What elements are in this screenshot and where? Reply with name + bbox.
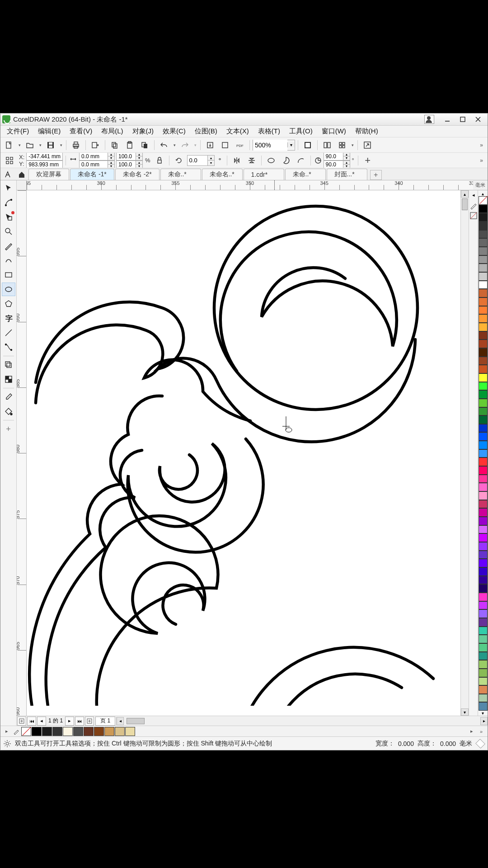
mirror-vertical-button[interactable] <box>245 154 258 167</box>
color-swatch[interactable] <box>479 399 488 407</box>
shape-tool[interactable] <box>2 196 15 209</box>
menu-item[interactable]: 窗口(W) <box>317 126 351 137</box>
add-button[interactable]: + <box>361 154 375 167</box>
width-input[interactable]: 0.0 mm▴▾ <box>79 153 115 160</box>
color-swatch[interactable] <box>52 727 62 736</box>
color-swatch[interactable] <box>479 567 488 576</box>
zoom-level-combo[interactable]: 500% ▾ <box>253 140 295 151</box>
arc-tool-icon[interactable] <box>294 154 308 167</box>
coord-y-input[interactable]: 983.993 mm <box>26 160 63 169</box>
color-swatch[interactable] <box>479 677 488 686</box>
vertical-ruler[interactable]: 1000995990985980975970965960 <box>17 190 27 716</box>
pick-tool[interactable] <box>2 181 15 195</box>
redo-button[interactable] <box>178 139 192 151</box>
menu-item[interactable]: 帮助(H) <box>351 126 383 137</box>
menu-item[interactable]: 工具(O) <box>285 126 317 137</box>
color-swatch[interactable] <box>479 500 488 509</box>
polygon-tool[interactable] <box>2 297 15 311</box>
fill-indicator-icon[interactable] <box>475 739 485 748</box>
color-swatch[interactable] <box>42 727 52 736</box>
close-button[interactable] <box>470 114 486 124</box>
color-swatch[interactable] <box>479 702 488 711</box>
color-swatch[interactable] <box>479 466 488 475</box>
color-swatch[interactable] <box>115 727 125 736</box>
color-swatch[interactable] <box>479 281 488 289</box>
color-swatch[interactable] <box>479 222 488 230</box>
color-swatch[interactable] <box>479 365 488 373</box>
menu-item[interactable]: 表格(T) <box>253 126 285 137</box>
document-tab[interactable]: 未命名 -2* <box>115 169 160 180</box>
scale-x-input[interactable]: 100.0▴▾ <box>116 153 143 160</box>
toolbox-toggle-icon[interactable] <box>1 169 15 180</box>
no-outline-docker-icon[interactable] <box>470 212 477 219</box>
color-swatch[interactable] <box>479 643 488 652</box>
menu-item[interactable]: 位图(B) <box>190 126 222 137</box>
drawing-canvas[interactable] <box>27 190 460 716</box>
mirror-horizontal-button[interactable] <box>230 154 244 167</box>
paste-button[interactable] <box>123 139 136 151</box>
zoom-tool[interactable] <box>2 225 15 238</box>
lock-ratio-button[interactable] <box>153 154 166 167</box>
color-swatch[interactable] <box>479 685 488 694</box>
no-fill-swatch[interactable] <box>21 727 31 736</box>
color-swatch[interactable] <box>479 205 488 213</box>
color-swatch[interactable] <box>479 576 488 585</box>
gear-icon[interactable] <box>3 740 11 748</box>
color-swatch[interactable] <box>479 551 488 559</box>
color-swatch[interactable] <box>479 584 488 593</box>
rectangle-tool[interactable] <box>2 268 15 282</box>
menu-item[interactable]: 效果(C) <box>158 126 190 137</box>
welcome-tab[interactable]: 欢迎屏幕 <box>28 169 69 180</box>
color-swatch[interactable] <box>479 559 488 567</box>
next-page-button[interactable]: ▸ <box>65 717 74 726</box>
color-swatch[interactable] <box>479 390 488 399</box>
scrollbar-thumb[interactable] <box>462 198 468 210</box>
first-page-button[interactable]: ⏮ <box>27 717 36 726</box>
export-button[interactable] <box>89 139 102 151</box>
color-swatch[interactable] <box>104 727 114 736</box>
new-tab-button[interactable]: + <box>370 170 382 180</box>
color-swatch[interactable] <box>125 727 135 736</box>
minimize-button[interactable] <box>440 114 455 124</box>
document-tab[interactable]: 未命..* <box>160 169 201 180</box>
color-swatch[interactable] <box>479 306 488 315</box>
copy-button[interactable] <box>108 139 122 151</box>
color-swatch[interactable] <box>479 517 488 525</box>
color-swatch[interactable] <box>479 593 488 601</box>
palette-right-arrow-icon[interactable]: ▸ <box>467 727 476 736</box>
drop-shadow-tool[interactable] <box>2 358 15 372</box>
undo-button[interactable] <box>157 139 171 151</box>
menu-item[interactable]: 文件(F) <box>2 126 33 137</box>
palette-overflow-icon[interactable]: » <box>477 727 486 736</box>
color-swatch[interactable] <box>479 415 488 424</box>
print-button[interactable] <box>69 139 83 151</box>
launch-button[interactable] <box>361 139 374 151</box>
maximize-button[interactable] <box>455 114 470 124</box>
color-swatch[interactable] <box>479 238 488 247</box>
color-swatch[interactable] <box>479 297 488 306</box>
user-badge-icon[interactable] <box>424 115 434 124</box>
publish-pdf-button[interactable]: PDF <box>233 139 247 151</box>
fill-tool[interactable] <box>2 405 15 418</box>
connector-tool[interactable] <box>2 340 15 354</box>
color-swatch[interactable] <box>479 373 488 382</box>
ellipse-tool[interactable] <box>2 283 15 296</box>
color-swatch[interactable] <box>479 669 488 677</box>
color-swatch[interactable] <box>84 727 94 736</box>
add-page-after-button[interactable] <box>85 717 94 726</box>
options-button[interactable] <box>335 139 349 151</box>
document-tab[interactable]: 未命名 -1* <box>70 169 114 180</box>
open-button[interactable] <box>23 139 37 151</box>
color-swatch[interactable] <box>479 694 488 703</box>
menu-item[interactable]: 编辑(E) <box>33 126 65 137</box>
coord-x-input[interactable]: -347.441 mm <box>26 153 63 160</box>
chevron-down-icon[interactable]: ▾ <box>193 143 197 147</box>
color-swatch[interactable] <box>32 727 42 736</box>
horizontal-ruler[interactable]: 365360355350345340335 <box>27 180 473 190</box>
color-swatch[interactable] <box>479 652 488 660</box>
color-swatch[interactable] <box>479 407 488 416</box>
height-input[interactable]: 0.0 mm▴▾ <box>79 160 115 169</box>
palette-up-arrow-icon[interactable]: ▴ <box>478 191 488 196</box>
document-tab[interactable]: 封面...* <box>327 169 367 180</box>
pie-tool-icon[interactable] <box>279 154 293 167</box>
